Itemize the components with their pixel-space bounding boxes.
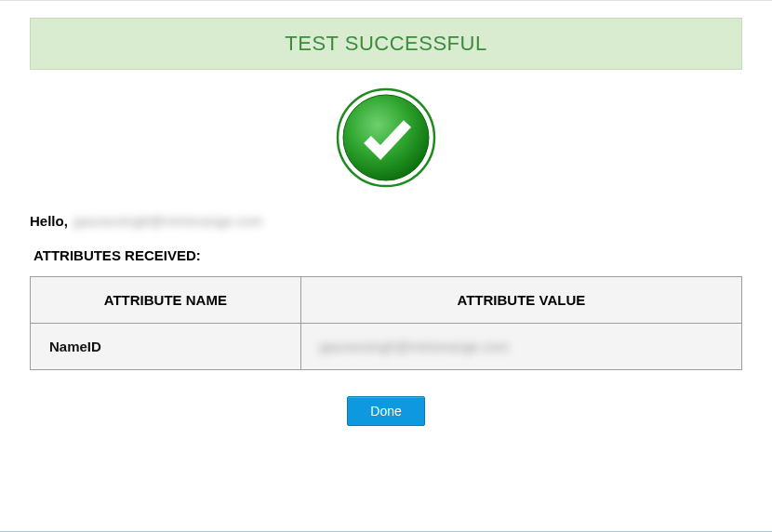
- button-row: Done: [30, 396, 742, 426]
- success-banner-text: TEST SUCCESSFUL: [285, 32, 486, 55]
- greeting-user: gauravsingh@miniorange.com: [73, 213, 263, 229]
- svg-point-1: [343, 95, 429, 180]
- checkmark-icon: [335, 86, 437, 189]
- table-row: NameID gauravsingh@miniorange.com: [31, 324, 742, 370]
- done-button[interactable]: Done: [347, 396, 424, 426]
- success-icon-wrap: [30, 86, 742, 193]
- table-header-name: ATTRIBUTE NAME: [31, 277, 301, 324]
- attributes-table: ATTRIBUTE NAME ATTRIBUTE VALUE NameID ga…: [30, 276, 742, 370]
- attr-value-text: gauravsingh@miniorange.com: [320, 339, 510, 354]
- attributes-heading: ATTRIBUTES RECEIVED:: [33, 247, 742, 263]
- greeting-prefix: Hello,: [30, 213, 68, 229]
- greeting-line: Hello, gauravsingh@miniorange.com: [30, 213, 742, 229]
- attr-value-cell: gauravsingh@miniorange.com: [300, 324, 741, 370]
- table-header-value: ATTRIBUTE VALUE: [300, 277, 741, 324]
- attr-name-cell: NameID: [31, 324, 301, 370]
- success-banner: TEST SUCCESSFUL: [30, 18, 742, 70]
